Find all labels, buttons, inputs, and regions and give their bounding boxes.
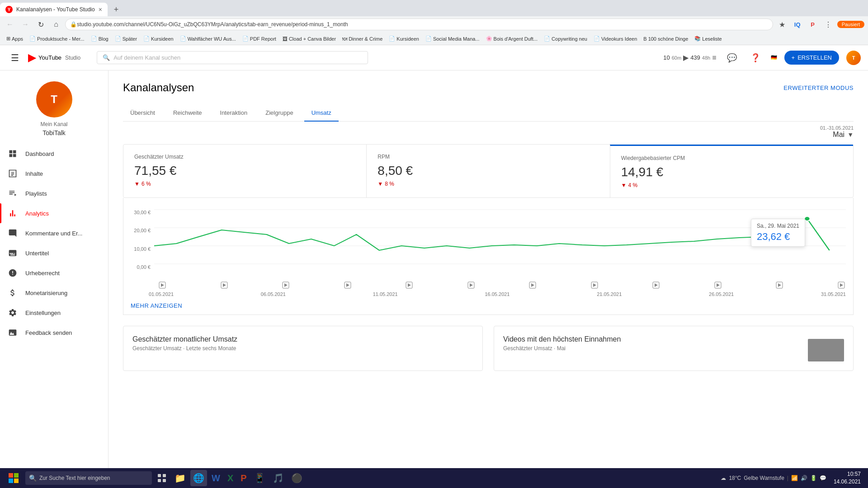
play-icon-2[interactable]	[220, 281, 229, 290]
taskbar-item-ppt[interactable]: P	[238, 470, 249, 486]
play-icon-3[interactable]	[281, 281, 290, 290]
bookmark-blog[interactable]: 📄 Blog	[88, 35, 111, 42]
comment-icon-btn[interactable]: 💬	[724, 50, 740, 66]
help-icon-btn[interactable]: ❓	[747, 50, 764, 66]
user-avatar[interactable]: T	[846, 51, 861, 65]
play-icon-6[interactable]	[467, 281, 476, 290]
chart-x-labels: 01.05.2021 06.05.2021 11.05.2021 16.05.2…	[131, 290, 846, 297]
play-icon-4[interactable]	[343, 281, 352, 290]
new-tab-button[interactable]: +	[109, 3, 123, 16]
untertitel-icon	[7, 248, 18, 258]
bookmark-cload[interactable]: 🖼 Cload + Canva Bilder	[280, 35, 339, 42]
home-button[interactable]: ⌂	[50, 18, 62, 31]
taskbar-item-browser[interactable]: 🌐	[190, 470, 207, 486]
sidebar-item-playlists[interactable]: Playlists	[0, 183, 108, 203]
start-button[interactable]	[4, 470, 24, 486]
play-icon-12[interactable]	[837, 281, 846, 290]
erweiterter-modus-button[interactable]: ERWEITERTER MODUS	[783, 84, 854, 91]
metric-card-rpm[interactable]: RPM 8,50 € ▼ 8 %	[366, 145, 609, 197]
taskbar-item-explorer[interactable]: 📁	[172, 470, 189, 486]
svg-marker-28	[840, 283, 843, 287]
hamburger-menu[interactable]: ☰	[7, 49, 23, 67]
extension-2[interactable]: P	[807, 18, 819, 31]
bookmark-dinner[interactable]: 🍽 Dinner & Crime	[340, 35, 385, 42]
bookmark-bois[interactable]: 🌸 Bois d'Argent Duft...	[483, 35, 540, 42]
sidebar-item-feedback[interactable]: Feedback senden	[0, 323, 108, 343]
search-bar-taskbar[interactable]: 🔍 Zur Suche Text hier eingeben	[25, 471, 152, 485]
task-view-icon[interactable]	[154, 470, 170, 486]
bookmark-später[interactable]: 📄 Später	[112, 35, 140, 42]
extensions-icon[interactable]: IQ	[791, 18, 804, 31]
metric-value-rpm: 8,50 €	[377, 164, 599, 178]
tab-reichweite[interactable]: Reichweite	[166, 105, 209, 122]
analytics-tabs: Übersicht Reichweite Interaktion Zielgru…	[123, 105, 854, 122]
stat-60m: 60m	[672, 55, 681, 61]
tab-interaktion[interactable]: Interaktion	[213, 105, 255, 122]
address-bar[interactable]: 🔒 studio.youtube.com/channel/UC6N5u-OiGz…	[65, 19, 773, 30]
sidebar-item-urheberrecht[interactable]: Urheberrecht	[0, 263, 108, 283]
bookmark-social[interactable]: 📄 Social Media Mana...	[423, 35, 482, 42]
sidebar-item-einstellungen[interactable]: Einstellungen	[0, 303, 108, 323]
sidebar-item-monetarisierung[interactable]: Monetarisierung	[0, 283, 108, 303]
play-icon-9[interactable]	[651, 281, 660, 290]
bookmark-wahlfächer[interactable]: 📄 Wahlfächer WU Aus...	[177, 35, 239, 42]
play-icon-8[interactable]	[590, 281, 599, 290]
bookmark-schoene[interactable]: B 100 schöne Dinge	[641, 35, 691, 42]
sidebar-item-analytics[interactable]: Analytics	[0, 203, 108, 223]
sidebar-item-label-untertitel: Untertitel	[25, 250, 49, 257]
page-header: Kanalanalysen ERWEITERTER MODUS	[123, 81, 854, 94]
play-icon-11[interactable]	[775, 281, 784, 290]
bookmark-kursideen[interactable]: 📄 Kursideen	[141, 35, 176, 42]
bookmark-produktsuche[interactable]: 📄 Produktsuche - Mer...	[27, 35, 87, 42]
metric-card-cpm[interactable]: Wiedergabebasierter CPM 14,91 € ▼ 4 %	[610, 145, 853, 197]
taskbar-right: ☁ 18°C Gelbe Warnstufe | 📶 🔊 🔋 💬 10:57 1…	[721, 470, 864, 486]
sidebar-item-inhalte[interactable]: Inhalte	[0, 164, 108, 183]
play-icon-5[interactable]	[405, 281, 414, 290]
bookmark-leseliste[interactable]: 📚 Leseliste	[692, 35, 724, 42]
taskbar-item-word[interactable]: W	[209, 470, 223, 486]
svg-rect-32	[14, 479, 19, 483]
bookmark-pdf[interactable]: 📄 PDF Report	[240, 35, 279, 42]
sidebar-item-untertitel[interactable]: Untertitel	[0, 243, 108, 263]
back-button[interactable]: ←	[4, 18, 16, 31]
close-icon[interactable]: ×	[99, 6, 102, 13]
search-label-taskbar: Zur Suche Text hier eingeben	[39, 475, 110, 481]
metric-card-umsatz[interactable]: Geschätzter Umsatz 71,55 € ▼ 6 %	[123, 145, 366, 197]
taskbar-item-excel[interactable]: X	[225, 470, 236, 486]
header-search-box[interactable]: 🔍 Auf deinem Kanal suchen	[97, 51, 368, 64]
sidebar-avatar[interactable]: T	[36, 81, 72, 117]
create-button[interactable]: + ERSTELLEN	[784, 51, 839, 65]
bookmark-icon[interactable]: ★	[776, 18, 788, 31]
reload-button[interactable]: ↻	[34, 18, 47, 31]
taskbar-clock[interactable]: 10:57 14.06.2021	[830, 470, 864, 486]
forward-button[interactable]: →	[19, 18, 32, 31]
sidebar-item-dashboard[interactable]: Dashboard	[0, 144, 108, 164]
pause-button[interactable]: Pausiert	[837, 21, 864, 28]
active-tab[interactable]: Y Kanalanalysen - YouTube Studio ×	[0, 3, 108, 16]
metric-change-cpm: ▼ 4 %	[621, 182, 842, 188]
date-filter[interactable]: 01.-31.05.2021 Mai ▼	[123, 122, 854, 139]
more-btn[interactable]: ⋮	[822, 18, 835, 31]
kommentare-icon	[7, 228, 18, 239]
country-flag[interactable]: 🇩🇪	[771, 55, 777, 61]
tab-favicon: Y	[5, 6, 13, 13]
svg-marker-14	[408, 283, 411, 287]
taskbar-item-obs[interactable]: ⚫	[288, 470, 305, 486]
bookmark-copywriting[interactable]: 📄 Copywriting neu	[541, 35, 590, 42]
play-icon-7[interactable]	[528, 281, 537, 290]
mehr-anzeigen-button[interactable]: MEHR ANZEIGEN	[131, 297, 182, 314]
bookmark-apps[interactable]: ⊞ Apps	[4, 35, 26, 42]
play-icon-10[interactable]	[713, 281, 722, 290]
tab-zielgruppe[interactable]: Zielgruppe	[258, 105, 300, 122]
bookmarks-bar: ⊞ Apps 📄 Produktsuche - Mer... 📄 Blog 📄 …	[0, 33, 868, 45]
bookmark-videokurs[interactable]: 📄 Videokurs Ideen	[591, 35, 640, 42]
play-icon-1[interactable]	[158, 281, 167, 290]
taskbar-item-spotify[interactable]: 🎵	[270, 470, 287, 486]
bookmark-kursideen2[interactable]: 📄 Kursideen	[386, 35, 422, 42]
taskbar-item-teams[interactable]: 📱	[251, 470, 268, 486]
tab-übersicht[interactable]: Übersicht	[123, 105, 162, 122]
sidebar-item-kommentare[interactable]: Kommentare und Er...	[0, 223, 108, 243]
y-label-0: 0,00 €	[131, 264, 151, 270]
tab-umsatz[interactable]: Umsatz	[304, 105, 339, 122]
url-text: studio.youtube.com/channel/UC6N5u-OiGz_u…	[77, 21, 768, 28]
